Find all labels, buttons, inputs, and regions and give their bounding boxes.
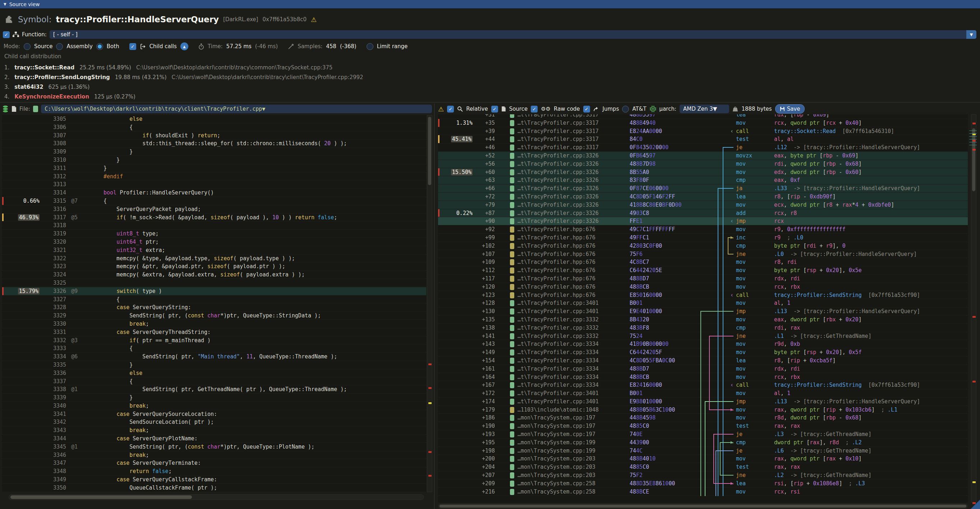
asm-row[interactable]: +99 …t\TracyProfiler.hpp:676 49FFC1 →inc…	[438, 234, 968, 242]
source-line-row[interactable]: 3327 {	[2, 296, 426, 304]
uarch-combo[interactable]: AMD Zen 3 ▼	[679, 105, 729, 113]
asm-row[interactable]: +130 …t\TracyProfiler.cpp:3401 E9E401000…	[438, 307, 968, 316]
source-line-row[interactable]: 3337 {	[2, 377, 426, 386]
asm-source-location[interactable]: …mon\TracySystem.cpp:197	[517, 414, 613, 422]
asm-source-location[interactable]: …mon\TracySystem.cpp:197	[517, 422, 613, 430]
source-line-row[interactable]: 3328 case ServerQueryString:	[2, 304, 426, 312]
asm-source-location[interactable]: …t\TracyProfiler.cpp:3326	[517, 217, 613, 225]
asm-source-location[interactable]: …t\TracyProfiler.cpp:3401	[517, 389, 613, 397]
asm-row[interactable]: +46 …t\TracyProfiler.cpp:3317 0F84350200…	[438, 143, 968, 152]
asm-source-location[interactable]: …t\TracyProfiler.hpp:676	[517, 258, 613, 266]
source-line-row[interactable]: 3325	[2, 279, 426, 287]
asm-row[interactable]: +161 …t\TracyProfiler.cpp:3334 488BD7 mo…	[438, 365, 968, 373]
source-line-row[interactable]: 3320 uint64_t ptr;	[2, 238, 426, 246]
source-line-row[interactable]: 3311 }	[2, 164, 426, 173]
source-line-row[interactable]: 3336 else	[2, 369, 426, 377]
asm-row[interactable]: +135 …t\TracyProfiler.cpp:3332 8B4320 mo…	[438, 316, 968, 324]
source-line-row[interactable]: 3350 QueueCallstackFrame( ptr );	[2, 484, 426, 492]
asm-source-location[interactable]: …t\TracyProfiler.cpp:3317	[517, 135, 613, 143]
assembly-vertical-scrollbar[interactable]	[971, 114, 977, 503]
asm-row[interactable]: +149 …t\TracyProfiler.cpp:3334 C64424205…	[438, 348, 968, 356]
chevron-down-icon[interactable]: ▼	[713, 106, 717, 112]
source-line-row[interactable]: 3319 uint8_t type;	[2, 230, 426, 238]
child-call-item[interactable]: 2. tracy::Profiler::SendLongString 19.88…	[4, 72, 977, 82]
asm-row[interactable]: +143 …t\TracyProfiler.cpp:3334 41B90B000…	[438, 340, 968, 348]
function-combo[interactable]: [ - self - ] ▼	[49, 30, 977, 39]
asm-row[interactable]: +167 …t\TracyProfiler.cpp:3334 E82416000…	[438, 381, 968, 389]
asm-row[interactable]: +90 …t\TracyProfiler.cpp:3326 FFE1 ‹jmp …	[438, 217, 968, 225]
asm-source-location[interactable]: …t\TracyProfiler.cpp:3332	[517, 332, 613, 340]
asm-source-location[interactable]: …t\TracyProfiler.cpp:3332	[517, 324, 613, 332]
source-line-row[interactable]: 3345 @1 SendString( ptr, (const char*)pt…	[2, 443, 426, 451]
scrollbar-thumb[interactable]	[972, 128, 975, 191]
scrollbar-thumb[interactable]	[428, 117, 431, 185]
asm-row[interactable]: +128 …t\TracyProfiler.cpp:3401 B001 mov …	[438, 299, 968, 307]
chevron-down-icon[interactable]: ▼	[262, 106, 265, 112]
source-line-row[interactable]: 3343 break;	[2, 426, 426, 434]
asm-source-location[interactable]: …t\TracyProfiler.cpp:3334	[517, 348, 613, 356]
asm-row[interactable]: +31 …t\TracyProfiler.cpp:3317 488D5597 l…	[438, 114, 968, 119]
asm-source-location[interactable]: …mon\TracySystem.cpp:258	[517, 488, 613, 496]
asm-source-location[interactable]: …mon\TracySystem.cpp:199	[517, 439, 613, 447]
asm-source-location[interactable]: …t\TracyProfiler.cpp:3334	[517, 340, 613, 348]
source-line-row[interactable]: 3321 uint32_t extra;	[2, 246, 426, 254]
source-line-row[interactable]: 3309 }	[2, 148, 426, 156]
asm-row[interactable]: 1.31% +35 …t\TracyProfiler.cpp:3317 488B…	[438, 119, 968, 127]
source-line-row[interactable]: 3346 break;	[2, 451, 426, 460]
asm-row[interactable]: +198 …mon\TracySystem.cpp:199 744C je .L…	[438, 447, 968, 455]
scrollbar-thumb[interactable]	[10, 495, 192, 499]
source-line-row[interactable]: 3322 memcpy( &type, &payload.type, sizeo…	[2, 254, 426, 263]
child-call-item[interactable]: 1. tracy::Socket::Read 25.25 ms (54.89%)…	[4, 62, 977, 72]
assembly-listing[interactable]: +31 …t\TracyProfiler.cpp:3317 488D5597 l…	[438, 114, 968, 503]
asm-row[interactable]: +72 …t\TracyProfiler.cpp:3326 4C8D05F146…	[438, 192, 968, 201]
source-line-row[interactable]: 0.66% 3315 @7 {	[2, 197, 426, 205]
source-line-row[interactable]: 15.79% 3326 @9 switch( type )	[2, 287, 426, 296]
asm-row[interactable]: +154 …t\TracyProfiler.cpp:3334 4C8D055FB…	[438, 356, 968, 365]
source-line-row[interactable]: 3333 {	[2, 344, 426, 353]
asm-row[interactable]: +200 …mon\TracySystem.cpp:203 488B4010 m…	[438, 455, 968, 463]
source-line-row[interactable]: 3329 SendString( ptr, (const char*)ptr, …	[2, 312, 426, 320]
collapse-triangle-icon[interactable]: ▼	[3, 2, 6, 6]
source-line-row[interactable]: 3330 break;	[2, 320, 426, 328]
source-line-row[interactable]: 3334 @6 SendString( ptr, "Main thread", …	[2, 353, 426, 361]
pane-separator[interactable]	[434, 103, 434, 509]
asm-row[interactable]: 45.41% +44 …t\TracyProfiler.cpp:3317 84C…	[438, 135, 968, 143]
child-call-item[interactable]: 4. KeSynchronizeExecution 125 µs (0.27%)	[4, 92, 977, 101]
asm-row[interactable]: +112 …t\TracyProfiler.hpp:676 C64424205E…	[438, 266, 968, 275]
warning-icon[interactable]: ⚠	[438, 105, 444, 113]
asm-source-location[interactable]: …t\TracyProfiler.cpp:3401	[517, 307, 613, 315]
asm-source-location[interactable]: …t\TracyProfiler.hpp:676	[517, 234, 613, 242]
asm-row[interactable]: +52 …t\TracyProfiler.cpp:3326 0FB64597 m…	[438, 152, 968, 160]
raw-code-checkbox[interactable]: ✓	[531, 106, 538, 113]
radio-both[interactable]	[96, 43, 103, 50]
asm-source-location[interactable]: …t\TracyProfiler.cpp:3317	[517, 127, 613, 135]
source-line-row[interactable]: 46.93% 3317 @5 if( !m_sock->Read( &paylo…	[2, 213, 426, 222]
resize-grip[interactable]	[970, 499, 980, 509]
source-line-row[interactable]: 3342 SendSourceLocation( ptr );	[2, 418, 426, 426]
file-combo[interactable]: C:\Users\wolf\Desktop\darkrl\contrib\tra…	[41, 105, 432, 113]
relative-checkbox[interactable]: ✓	[447, 106, 454, 113]
source-line-row[interactable]: 3312 #endif	[2, 173, 426, 181]
source-line-row[interactable]: 3307 if( shouldExit ) return;	[2, 132, 426, 140]
source-line-row[interactable]: 3348 return false;	[2, 467, 426, 476]
source-horizontal-scrollbar[interactable]	[9, 494, 424, 500]
save-button[interactable]: Save	[775, 104, 805, 114]
asm-source-location[interactable]: …t\TracyProfiler.cpp:3317	[517, 143, 613, 151]
asm-row[interactable]: +207 …mon\TracySystem.cpp:203 75F2 jne .…	[438, 471, 968, 480]
chevron-down-icon[interactable]: ▼	[966, 30, 977, 39]
asm-source-location[interactable]: …t\TracyProfiler.hpp:676	[517, 275, 613, 283]
warning-icon[interactable]: ⚠	[311, 16, 317, 23]
source-line-row[interactable]: 3341 case ServerQuerySourceLocation:	[2, 410, 426, 418]
radio-source[interactable]	[24, 43, 30, 50]
asm-source-location[interactable]: …t\TracyProfiler.cpp:3326	[517, 168, 613, 176]
source-line-row[interactable]: 3313	[2, 180, 426, 189]
asm-row[interactable]: +56 …t\TracyProfiler.cpp:3326 488B7D98 m…	[438, 160, 968, 168]
source-line-row[interactable]: 3332 @3 if( ptr == m_mainThread )	[2, 336, 426, 345]
asm-source-location[interactable]: …t\TracyProfiler.cpp:3326	[517, 152, 613, 160]
collapse-up-button[interactable]: ▲	[180, 43, 188, 50]
asm-row[interactable]: +164 …t\TracyProfiler.cpp:3334 488BCB mo…	[438, 373, 968, 382]
asm-row[interactable]: +120 …t\TracyProfiler.hpp:676 488BCB mov…	[438, 283, 968, 291]
source-line-row[interactable]: 3310 }	[2, 156, 426, 164]
asm-row[interactable]: +190 …mon\TracySystem.cpp:197 4885C0 tes…	[438, 422, 968, 430]
asm-source-location[interactable]: …t\TracyProfiler.cpp:3326	[517, 185, 613, 192]
